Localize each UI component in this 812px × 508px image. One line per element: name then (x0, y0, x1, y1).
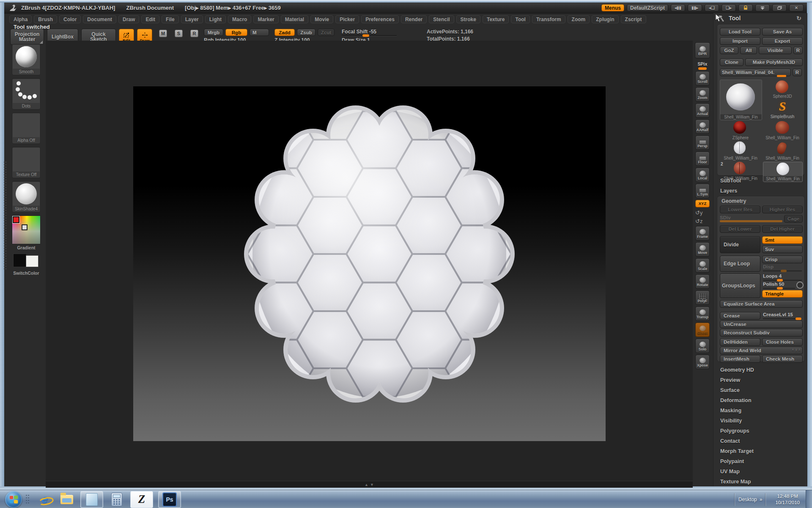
section-preview[interactable]: Preview (720, 377, 740, 383)
export-button[interactable]: Export (762, 37, 803, 45)
section-polygroups[interactable]: Polygroups (720, 428, 749, 434)
taskbar-notepad[interactable] (80, 491, 103, 508)
menu-texture[interactable]: Texture (483, 15, 509, 23)
xpose-button[interactable]: Xpose (695, 355, 710, 369)
desktop-toolbar[interactable]: Desktop » (738, 497, 763, 502)
thumbnail-simplebrush[interactable]: S SimpleBrush (763, 100, 802, 119)
divide-button[interactable]: Divide (720, 236, 760, 253)
save-as-button[interactable]: Save As (762, 28, 803, 36)
crisp-button[interactable]: Crisp (762, 256, 803, 263)
menu-preferences[interactable]: Preferences (361, 15, 399, 23)
menu-file[interactable]: File (162, 15, 179, 23)
section-geometry-hd[interactable]: Geometry HD (720, 367, 754, 373)
minimize-button[interactable] (755, 4, 770, 11)
clone-button[interactable]: Clone (720, 58, 743, 66)
rotate-y-icon[interactable]: ↺y (695, 210, 710, 216)
shelf-scroll-right-button[interactable]: ▮▮▸ (688, 4, 702, 11)
taskbar-calculator[interactable] (108, 491, 125, 508)
lsym-button[interactable]: L.Sym (695, 184, 710, 198)
loops-slider[interactable]: Loops 4 (763, 273, 802, 281)
menu-color[interactable]: Color (59, 15, 81, 23)
mrgb-button[interactable]: Mrgb (204, 29, 223, 36)
taskbar-photoshop[interactable]: Ps (158, 491, 181, 508)
thumbnail-claw-red[interactable]: Shell_William_Fin (763, 141, 802, 161)
perspective-button[interactable]: Persp (695, 135, 710, 150)
focal-shift-slider[interactable]: Focal Shift -55 (342, 29, 397, 36)
menu-brush[interactable]: Brush (34, 15, 57, 23)
ghost-button[interactable]: Ghost (695, 323, 710, 337)
thumbnail-shell-red[interactable]: Shell_William_Fin (763, 121, 802, 141)
section-morph-target[interactable]: Morph Target (720, 448, 754, 454)
rotate-z-icon[interactable]: ↺z (695, 218, 710, 225)
thumbnail-brain-white[interactable]: Shell_William_Fin (720, 141, 761, 161)
shelf-scroll-left-button[interactable]: ◂▮▮ (671, 4, 685, 11)
polish-slider[interactable]: Polish 50 (763, 282, 795, 289)
cage-button[interactable]: Cage (784, 215, 803, 223)
triangle-button[interactable]: Triangle (762, 290, 803, 298)
polyframe-button[interactable]: PolyF (695, 290, 710, 305)
del-higher-button[interactable]: Del Higher (762, 225, 803, 233)
thumbnail-sphere3d[interactable]: Sphere3D (763, 80, 802, 99)
insertmesh-button[interactable]: InsertMesh (720, 355, 760, 363)
alpha-selector[interactable]: Alpha Off (12, 113, 41, 144)
menu-material[interactable]: Material (281, 15, 308, 23)
load-tool-button[interactable]: Load Tool (720, 28, 760, 36)
zsub-button[interactable]: Zsub (297, 29, 315, 36)
color-picker[interactable] (12, 215, 41, 244)
section-contact[interactable]: Contact (720, 438, 740, 444)
menu-document[interactable]: Document (83, 15, 116, 23)
menu-tool[interactable]: Tool (511, 15, 529, 23)
taskbar-internet-explorer[interactable]: e (36, 491, 53, 508)
switch-color-wells[interactable] (12, 253, 40, 270)
uncrease-button[interactable]: UnCrease (720, 320, 803, 328)
section-uv-map[interactable]: UV Map (720, 469, 740, 475)
menu-alpha[interactable]: Alpha (9, 15, 32, 23)
actual-size-button[interactable]: Actual (695, 103, 710, 118)
zadd-button[interactable]: Zadd (274, 29, 295, 36)
sdiv-slider[interactable]: SDiv (720, 215, 782, 222)
m-button[interactable]: M (250, 29, 269, 36)
color-picker-cursor[interactable] (22, 224, 27, 230)
menu-light[interactable]: Light (205, 15, 226, 23)
rgb-button[interactable]: Rgb (225, 29, 247, 36)
menu-zoom[interactable]: Zoom (568, 15, 590, 23)
r-button-tool[interactable]: R (793, 69, 802, 76)
aahalf-button[interactable]: AAHalf (695, 119, 710, 134)
menu-marker[interactable]: Marker (253, 15, 278, 23)
zoom-button[interactable]: Zoom (695, 87, 710, 102)
make-polymesh3d-button[interactable]: Make PolyMesh3D (745, 58, 803, 66)
section-surface[interactable]: Surface (720, 387, 740, 393)
left-tray-divider[interactable] (3, 161, 7, 271)
menu-picker[interactable]: Picker (335, 15, 359, 23)
canvas-scroll-strip[interactable]: ▲ ▼ (46, 481, 693, 488)
r-button-top[interactable]: R (793, 47, 803, 54)
default-zscript-button[interactable]: DefaultZScript (627, 4, 668, 11)
spix-slider[interactable]: SPix (695, 60, 710, 71)
document-canvas[interactable] (133, 86, 606, 441)
frame-button[interactable]: Frame (695, 226, 710, 240)
xyz-symmetry-button[interactable]: XYZ (695, 200, 710, 207)
lower-res-button[interactable]: Lower Res (720, 206, 760, 213)
stroke-selector[interactable]: Dots (12, 78, 41, 110)
mirror-and-weld-button[interactable]: Mirror And Weld x y z (720, 347, 803, 354)
suv-button[interactable]: Suv (762, 246, 803, 253)
close-icon[interactable]: ✕ (789, 4, 804, 11)
secondary-color-well[interactable] (26, 255, 38, 267)
creaselvl-slider[interactable]: CreaseLvl 15 (763, 312, 802, 319)
menu-render[interactable]: Render (401, 15, 427, 23)
edge-loop-button[interactable]: Edge Loop (720, 256, 760, 272)
menu-layer[interactable]: Layer (181, 15, 203, 23)
menu-zscript[interactable]: Zscript (621, 15, 646, 23)
taskbar-clock[interactable]: 12:48 PM 10/17/2010 (775, 493, 800, 506)
sculpt-model[interactable] (133, 86, 606, 441)
color-swatch-selected[interactable] (13, 216, 19, 223)
menu-transform[interactable]: Transform (532, 15, 565, 23)
layers-section-header[interactable]: Layers (720, 188, 737, 194)
show-desktop-button[interactable] (806, 490, 812, 508)
floor-button[interactable]: Floor (695, 152, 710, 166)
menu-edit[interactable]: Edit (141, 15, 159, 23)
restore-config-icon[interactable]: ↻ (796, 15, 801, 22)
move-view-button[interactable]: Move (695, 242, 710, 257)
cycle-ui-left-button[interactable]: ◂❏ (705, 4, 719, 11)
menu-macro[interactable]: Macro (228, 15, 251, 23)
